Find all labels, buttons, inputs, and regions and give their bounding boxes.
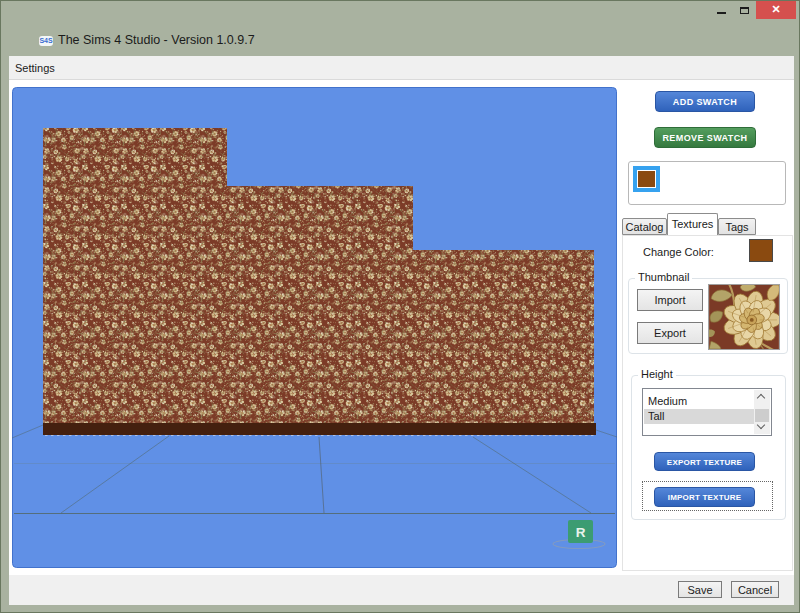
svg-text:R: R [576,525,586,540]
